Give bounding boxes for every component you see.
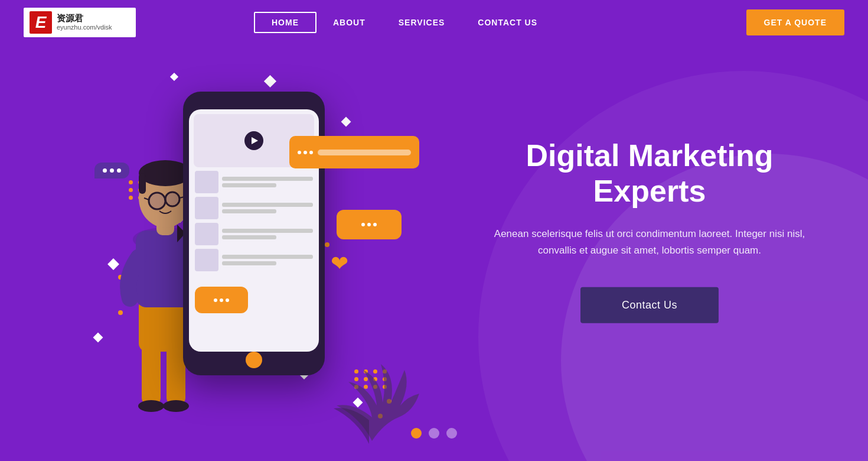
notification-bubble-3 [195, 287, 248, 313]
contact-us-button[interactable]: Contact Us [580, 287, 719, 323]
diamond-deco-1 [264, 75, 276, 87]
nav-contact[interactable]: CONTACT US [461, 13, 554, 32]
svg-rect-10 [139, 173, 146, 194]
hero-content: Digital Marketing Experts Aenean sceleri… [478, 138, 821, 323]
nav-home[interactable]: HOME [254, 12, 316, 33]
svg-point-3 [138, 400, 164, 412]
nav-links: HOME ABOUT SERVICES CONTACT US [254, 12, 554, 33]
diamond-deco-3 [170, 73, 178, 81]
carousel-dot-3[interactable] [446, 428, 457, 439]
carousel-dot-1[interactable] [411, 428, 422, 439]
navbar: E 资源君 eyunzhu.com/vdisk HOME ABOUT SERVI… [0, 0, 868, 44]
carousel-dot-2[interactable] [429, 428, 439, 439]
nav-services[interactable]: SERVICES [382, 13, 462, 32]
bubble-bar [318, 150, 411, 155]
logo-url: eyunzhu.com/vdisk [57, 24, 112, 31]
hero-section: E 资源君 eyunzhu.com/vdisk HOME ABOUT SERVI… [0, 0, 868, 461]
illustration-area: ❤ [0, 44, 431, 461]
svg-point-4 [163, 400, 189, 412]
logo-letter: E [30, 11, 52, 34]
logo-text: 资源君 eyunzhu.com/vdisk [57, 13, 112, 31]
svg-point-12 [165, 192, 180, 206]
get-quote-button[interactable]: GET A QUOTE [746, 9, 844, 35]
diamond-deco-2 [341, 117, 351, 127]
notification-bubble-1 [289, 136, 419, 168]
svg-point-11 [149, 193, 165, 209]
notification-bubble-2 [337, 210, 402, 239]
phone-home-button [246, 352, 262, 368]
hero-description: Aenean scelerisque felis ut orci condime… [478, 225, 821, 258]
heart-icon: ❤ [331, 251, 348, 276]
carousel-dots [411, 428, 457, 439]
hero-title: Digital Marketing Experts [478, 138, 821, 209]
nav-about[interactable]: ABOUT [316, 13, 382, 32]
phone-illustration [183, 92, 325, 375]
logo-name: 资源君 [57, 13, 112, 24]
dot-deco-4 [325, 242, 329, 247]
logo[interactable]: E 资源君 eyunzhu.com/vdisk [24, 8, 136, 37]
